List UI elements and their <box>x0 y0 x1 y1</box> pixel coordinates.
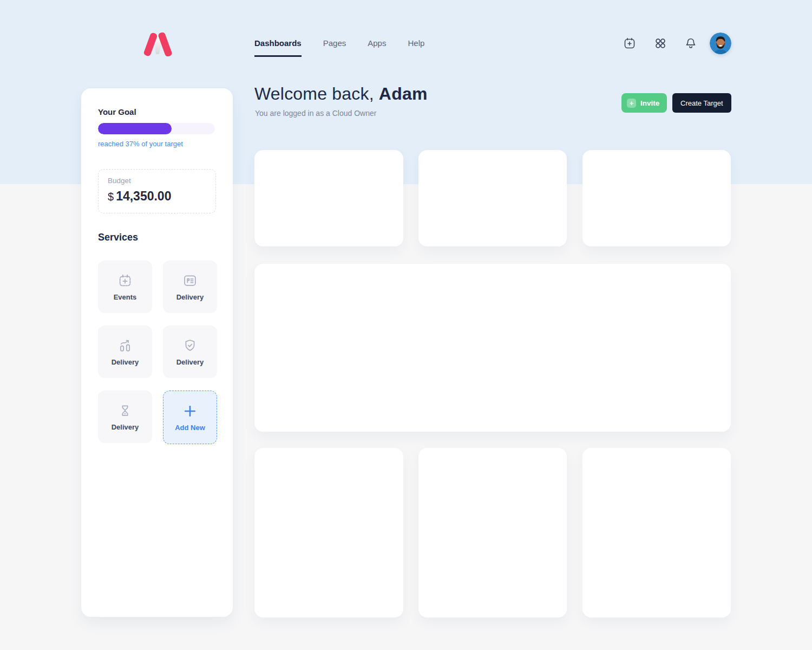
service-tile-label: Delivery <box>176 293 204 301</box>
budget-amount: $14,350.00 <box>108 189 171 204</box>
page-title: Welcome back, Adam <box>254 84 428 104</box>
nav-item-pages[interactable]: Pages <box>323 38 346 57</box>
service-tile-label: Delivery <box>176 358 204 366</box>
service-tile-events[interactable]: Events <box>98 261 152 313</box>
brand-logo-icon <box>142 32 174 56</box>
dashboard-card-2 <box>418 150 567 246</box>
goal-caption[interactable]: reached 37% of your target <box>98 140 183 148</box>
goal-title: Your Goal <box>98 107 136 116</box>
nav-item-help[interactable]: Help <box>408 38 424 57</box>
service-tile-delivery-3[interactable]: Delivery <box>163 326 217 378</box>
budget-currency: $ <box>108 191 114 203</box>
nav-item-apps[interactable]: Apps <box>368 38 386 57</box>
dashboard-card-1 <box>254 150 403 246</box>
goal-progress-fill <box>98 123 172 134</box>
goal-progress-bar <box>98 123 215 134</box>
bell-icon[interactable] <box>684 37 697 50</box>
create-target-button[interactable]: Create Target <box>672 93 731 113</box>
service-tile-delivery-1[interactable]: Delivery <box>163 261 217 313</box>
add-event-icon[interactable] <box>623 37 636 50</box>
dashboard-card-wide <box>254 264 731 432</box>
hourglass-icon <box>117 403 133 418</box>
plus-icon: + <box>627 99 636 108</box>
add-new-service-tile[interactable]: Add New <box>163 391 217 444</box>
avatar[interactable] <box>710 32 731 54</box>
brand-logo[interactable] <box>142 32 174 56</box>
page: Dashboards Pages Apps Help <box>0 0 812 650</box>
welcome-prefix: Welcome back, <box>254 84 379 103</box>
budget-label: Budget <box>108 177 131 185</box>
sidebar-card: Your Goal reached 37% of your target Bud… <box>81 88 233 617</box>
service-tile-delivery-2[interactable]: Delivery <box>98 326 152 378</box>
services-title: Services <box>98 232 138 243</box>
dashboard-card-6 <box>582 448 731 618</box>
welcome-name: Adam <box>379 84 428 103</box>
dashboard-card-4 <box>254 448 403 618</box>
bar-chart-trend-icon <box>117 338 133 353</box>
nav-item-dashboards[interactable]: Dashboards <box>254 38 302 57</box>
apps-grid-icon[interactable] <box>654 37 667 50</box>
add-new-label: Add New <box>175 424 205 432</box>
calendar-plus-icon <box>117 273 133 288</box>
document-card-icon <box>182 273 198 288</box>
shield-check-icon <box>182 338 198 353</box>
service-tile-delivery-4[interactable]: Delivery <box>98 391 152 443</box>
budget-value: 14,350.00 <box>116 189 171 203</box>
page-subtitle: You are logged in as a Cloud Owner <box>255 109 376 118</box>
service-tile-label: Delivery <box>112 423 139 431</box>
topbar-actions <box>621 31 733 55</box>
budget-box: Budget $14,350.00 <box>98 169 216 213</box>
invite-button[interactable]: + Invite <box>621 93 667 113</box>
plus-icon <box>182 404 198 419</box>
invite-button-label: Invite <box>640 99 659 107</box>
service-tile-label: Delivery <box>112 358 139 366</box>
top-nav: Dashboards Pages Apps Help <box>254 38 424 57</box>
dashboard-card-3 <box>582 150 731 246</box>
service-tile-label: Events <box>114 293 137 301</box>
dashboard-card-5 <box>418 448 567 618</box>
